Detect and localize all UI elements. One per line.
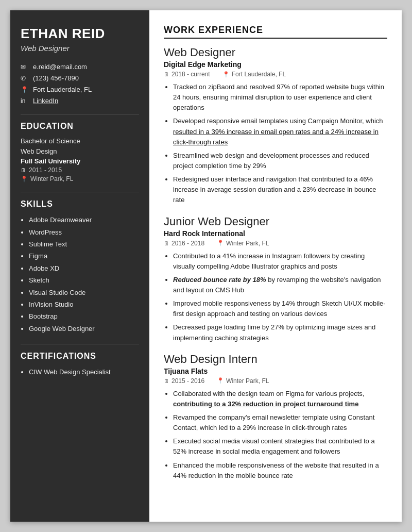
edu-school: Full Sail University bbox=[21, 157, 139, 165]
highlight-bold-underline: contributing to a 32% reduction in proje… bbox=[173, 400, 358, 408]
job-years: 🗓2016 - 2018 bbox=[164, 240, 204, 247]
contact-email: ✉ e.reid@email.com bbox=[21, 63, 139, 71]
divider-education bbox=[21, 114, 139, 114]
linkedin-icon: in bbox=[21, 97, 29, 105]
bullet-item: Collaborated with the design team on Fig… bbox=[173, 389, 387, 409]
skill-item: InVision Studio bbox=[29, 298, 139, 310]
job-block: Web DesignerDigital Edge Marketing🗓2018 … bbox=[164, 46, 387, 206]
job-block: Web Design InternTijuana Flats🗓2015 - 20… bbox=[164, 353, 387, 481]
location-icon: 📍 bbox=[217, 240, 224, 246]
location-icon: 📍 bbox=[217, 377, 224, 384]
bullet-item: Streamlined web design and development p… bbox=[173, 151, 387, 171]
contact-phone: ✆ (123) 456-7890 bbox=[21, 74, 139, 82]
bullet-item: Executed social media visual content str… bbox=[173, 436, 387, 457]
job-title: Web Design Intern bbox=[164, 353, 387, 366]
sidebar: ETHAN REID Web Designer ✉ e.reid@email.c… bbox=[10, 10, 149, 522]
highlight-link: resulted in a 39% increase in email open… bbox=[173, 128, 379, 146]
job-years: 🗓2018 - current bbox=[164, 71, 210, 78]
bullet-item: Tracked on zipBaord and resolved 97% of … bbox=[173, 82, 387, 113]
email-icon: ✉ bbox=[21, 63, 29, 71]
phone-icon: ✆ bbox=[21, 75, 29, 82]
calendar-icon: 🗓 bbox=[164, 240, 169, 246]
skill-item: Sketch bbox=[29, 274, 139, 286]
skill-item: Adobe Dreamweaver bbox=[29, 214, 139, 226]
cert-item: CIW Web Design Specialist bbox=[29, 366, 139, 378]
edu-field: Web Design bbox=[21, 146, 139, 157]
candidate-title: Web Designer bbox=[21, 44, 139, 53]
job-location: 📍Winter Park, FL bbox=[217, 377, 269, 385]
skill-item: WordPress bbox=[29, 226, 139, 238]
skill-item: Google Web Designer bbox=[29, 323, 139, 335]
job-bullets: Collaborated with the design team on Fig… bbox=[164, 389, 387, 481]
contact-linkedin[interactable]: in LinkedIn bbox=[21, 97, 139, 105]
bullet-item: Revamped the company's email newsletter … bbox=[173, 412, 387, 433]
job-location: 📍Winter Park, FL bbox=[217, 240, 269, 247]
skill-item: Visual Studio Code bbox=[29, 287, 139, 298]
job-bullets: Tracked on zipBaord and resolved 97% of … bbox=[164, 82, 387, 206]
edu-years: 🗓 2011 - 2015 bbox=[21, 167, 139, 174]
skill-item: Adobe XD bbox=[29, 262, 139, 274]
location-icon: 📍 bbox=[222, 71, 230, 78]
bullet-item: Improved mobile responsiveness by 14% th… bbox=[173, 298, 387, 319]
calendar-icon: 🗓 bbox=[164, 378, 169, 384]
skill-item: Bootstrap bbox=[29, 310, 139, 322]
skill-item: Figma bbox=[29, 250, 139, 262]
job-title: Web Designer bbox=[164, 46, 387, 59]
job-title: Junior Web Designer bbox=[164, 215, 387, 228]
bullet-item: Reduced bounce rate by 18% by revamping … bbox=[173, 275, 387, 295]
certifications-list: CIW Web Design Specialist bbox=[21, 366, 139, 378]
edu-degree: Bachelor of Science bbox=[21, 136, 139, 146]
bullet-item: Contributed to a 41% increase in Instagr… bbox=[173, 251, 387, 272]
divider-skills bbox=[21, 192, 139, 192]
calendar-icon: 🗓 bbox=[164, 71, 169, 77]
edu-location-icon: 📍 bbox=[21, 176, 28, 182]
main-content: WORK EXPERIENCE Web DesignerDigital Edge… bbox=[149, 10, 402, 522]
job-bullets: Contributed to a 41% increase in Instagr… bbox=[164, 251, 387, 343]
edu-location: 📍 Winter Park, FL bbox=[21, 175, 139, 182]
bullet-item: Redesigned user interface and navigation… bbox=[173, 174, 387, 205]
certifications-section-title: CERTIFICATIONS bbox=[21, 352, 139, 361]
bullet-item: Developed responsive email templates usi… bbox=[173, 116, 387, 147]
job-location: 📍Fort Lauderdale, FL bbox=[222, 71, 286, 78]
work-experience-title: WORK EXPERIENCE bbox=[164, 25, 387, 39]
job-meta: 🗓2018 - current📍Fort Lauderdale, FL bbox=[164, 71, 387, 78]
job-meta: 🗓2016 - 2018📍Winter Park, FL bbox=[164, 240, 387, 247]
contact-location: 📍 Fort Lauderdale, FL bbox=[21, 86, 139, 93]
skills-section-title: SKILLS bbox=[21, 200, 139, 209]
bullet-item: Decreased page loading time by 27% by op… bbox=[173, 322, 387, 343]
divider-certs bbox=[21, 344, 139, 344]
job-company: Hard Rock International bbox=[164, 229, 387, 238]
skill-item: Sublime Text bbox=[29, 238, 139, 250]
job-block: Junior Web DesignerHard Rock Internation… bbox=[164, 215, 387, 343]
job-years: 🗓2015 - 2016 bbox=[164, 377, 204, 385]
skills-list: Adobe DreamweaverWordPressSublime TextFi… bbox=[21, 214, 139, 335]
candidate-name: ETHAN REID bbox=[21, 26, 139, 42]
education-section-title: EDUCATION bbox=[21, 122, 139, 131]
calendar-icon: 🗓 bbox=[21, 167, 26, 173]
job-meta: 🗓2015 - 2016📍Winter Park, FL bbox=[164, 377, 387, 385]
job-company: Digital Edge Marketing bbox=[164, 60, 387, 69]
location-icon: 📍 bbox=[21, 86, 29, 93]
job-company: Tijuana Flats bbox=[164, 367, 387, 375]
highlight-bold-italic: Reduced bounce rate by 18% bbox=[173, 276, 266, 284]
linkedin-link[interactable]: LinkedIn bbox=[33, 97, 58, 105]
resume-container: ETHAN REID Web Designer ✉ e.reid@email.c… bbox=[10, 10, 402, 522]
jobs-container: Web DesignerDigital Edge Marketing🗓2018 … bbox=[164, 46, 387, 481]
bullet-item: Enhanced the mobile responsiveness of th… bbox=[173, 460, 387, 481]
